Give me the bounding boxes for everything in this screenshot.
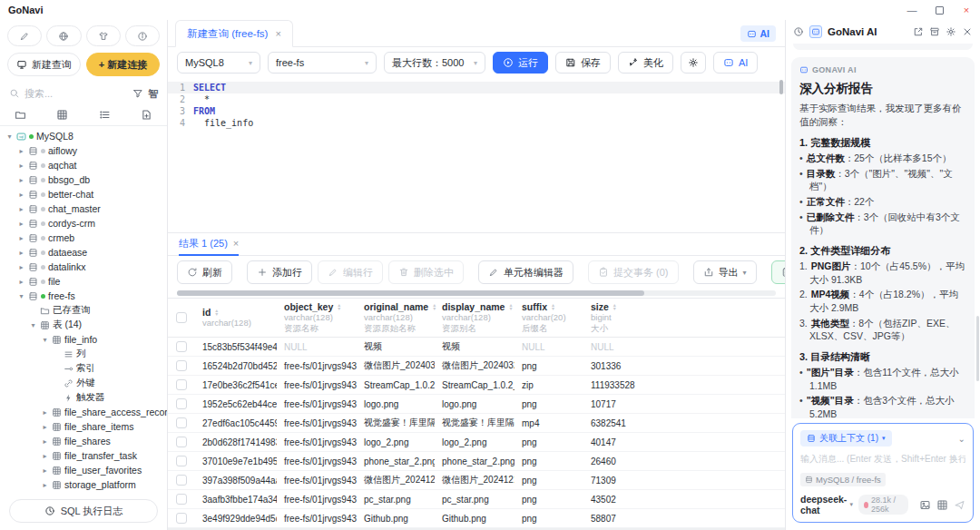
tree-item[interactable]: ▾free-fs bbox=[0, 289, 167, 303]
tree-item[interactable]: ▸file_user_favorites bbox=[0, 463, 167, 477]
tree-item[interactable]: ▸file bbox=[0, 274, 167, 289]
caret-icon[interactable]: ▸ bbox=[17, 205, 25, 213]
caret-icon[interactable]: ▸ bbox=[17, 263, 25, 271]
caret-icon[interactable]: ▸ bbox=[17, 249, 25, 257]
add-row-button[interactable]: 添加行 bbox=[247, 260, 312, 284]
column-header-id[interactable]: id▴▾varchar(128) bbox=[195, 299, 277, 337]
tree-item[interactable]: ▸cordys-crm bbox=[0, 216, 167, 231]
row-checkbox[interactable] bbox=[168, 379, 195, 390]
table-row[interactable]: 397a398f509a44aa9...free-fs/01jrvgs943q.… bbox=[168, 471, 785, 490]
caret-icon[interactable]: ▸ bbox=[41, 423, 49, 431]
tree-item[interactable]: ▾表 (14) bbox=[0, 318, 167, 332]
scrollbar-thumb[interactable] bbox=[177, 290, 644, 296]
column-header-suffix[interactable]: suffix▴▾varchar(20)后缀名 bbox=[514, 299, 583, 337]
tree-item[interactable]: ▸crmeb bbox=[0, 231, 167, 245]
export-button[interactable]: 导出▾ bbox=[693, 260, 757, 284]
caret-icon[interactable]: ▸ bbox=[17, 191, 25, 199]
table-row[interactable]: 2b0d628f17414983...free-fs/01jrvgs943q..… bbox=[168, 433, 785, 452]
table-row[interactable]: 3aafb3fbbe174a34a...free-fs/01jrvgs943q.… bbox=[168, 490, 785, 509]
table-row[interactable]: 16524b2d70bd4527...free-fs/01jrvgs943q..… bbox=[168, 357, 785, 376]
database-select[interactable]: free-fs▾ bbox=[268, 52, 377, 74]
save-button[interactable]: 保存 bbox=[555, 52, 611, 74]
settings-button[interactable] bbox=[681, 52, 706, 74]
refresh-button[interactable]: 刷新 bbox=[177, 260, 232, 284]
row-checkbox[interactable] bbox=[168, 341, 195, 352]
caret-icon[interactable]: ▾ bbox=[29, 321, 37, 329]
sort-icon[interactable]: ▴▾ bbox=[215, 309, 218, 316]
minimize-button[interactable]: — bbox=[898, 1, 926, 19]
caret-icon[interactable]: ▸ bbox=[17, 176, 25, 184]
sidebar-tab-grid[interactable] bbox=[56, 109, 68, 121]
model-select[interactable]: deepseek-chat▾ bbox=[800, 494, 853, 515]
select-all-checkbox[interactable] bbox=[168, 312, 195, 323]
caret-icon[interactable]: ▸ bbox=[17, 234, 25, 242]
sql-log-button[interactable]: SQL 执行日志 bbox=[9, 499, 158, 523]
sort-icon[interactable]: ▴▾ bbox=[552, 303, 554, 310]
tshirt-button[interactable] bbox=[86, 25, 121, 46]
column-header-size[interactable]: size▴▾bigint大小 bbox=[583, 299, 785, 337]
tree-item[interactable]: 索引 bbox=[0, 361, 167, 376]
sort-icon[interactable]: ▴▾ bbox=[509, 303, 512, 310]
history-clock-icon[interactable] bbox=[793, 26, 804, 37]
editor-ai-button[interactable]: AI bbox=[713, 52, 758, 74]
results-tab[interactable]: 结果 1 (25) × bbox=[179, 232, 239, 256]
column-header-original_name[interactable]: original_name▴▾varchar(128)资源原始名称 bbox=[357, 299, 435, 337]
query-tab[interactable]: 新建查询 (free-fs) × bbox=[175, 20, 293, 47]
pen-button[interactable] bbox=[7, 25, 42, 46]
table-row[interactable]: 37010e9e7e1b4954...free-fs/01jrvgs943q..… bbox=[168, 452, 785, 471]
caret-icon[interactable]: ▸ bbox=[41, 452, 49, 460]
caret-icon[interactable]: ▾ bbox=[17, 292, 25, 300]
caret-icon[interactable]: ▾ bbox=[41, 336, 49, 344]
table-row[interactable]: 17e0be36c2f541ce9...free-fs/01jrvgs943q.… bbox=[168, 376, 785, 395]
caret-icon[interactable]: ▸ bbox=[41, 466, 49, 475]
caret-icon[interactable]: ▸ bbox=[17, 278, 25, 286]
beautify-button[interactable]: 美化 bbox=[618, 52, 673, 74]
tree-item[interactable]: ▾file_info bbox=[0, 332, 167, 347]
scope-tag[interactable]: MySQL8 / free-fs bbox=[800, 473, 886, 486]
collapse-chevron-icon[interactable]: ⌄ bbox=[958, 434, 965, 444]
new-connection-button[interactable]: + 新建连接 bbox=[86, 53, 160, 76]
tree-item[interactable]: ▾sqlMySQL8 bbox=[0, 129, 167, 143]
query-tab-close-icon[interactable]: × bbox=[275, 28, 280, 39]
caret-icon[interactable]: ▸ bbox=[17, 162, 25, 170]
table-attach-icon[interactable] bbox=[936, 499, 948, 511]
table-row[interactable]: 1952e5c62eb44ce8...free-fs/01jrvgs943q..… bbox=[168, 395, 785, 414]
tree-item[interactable]: ▸file_shares bbox=[0, 434, 167, 448]
tree-item[interactable]: ▸file_share_access_record bbox=[0, 405, 167, 419]
caret-icon[interactable]: ▸ bbox=[41, 437, 49, 446]
row-checkbox[interactable] bbox=[168, 360, 195, 371]
globe-button[interactable] bbox=[46, 25, 81, 46]
row-checkbox[interactable] bbox=[168, 494, 195, 505]
tree-item[interactable]: 列 bbox=[0, 347, 167, 361]
cell-editor-button[interactable]: 单元格编辑器 bbox=[478, 260, 573, 284]
tree-item[interactable]: 触发器 bbox=[0, 390, 167, 405]
sort-icon[interactable]: ▴▾ bbox=[613, 303, 616, 310]
run-button[interactable]: 运行 bbox=[493, 52, 548, 74]
row-checkbox[interactable] bbox=[168, 417, 195, 428]
tree-item[interactable]: ▸aqchat bbox=[0, 158, 167, 172]
sort-icon[interactable]: ▴▾ bbox=[338, 303, 340, 310]
ai-toggle-badge[interactable]: AI bbox=[740, 25, 777, 42]
table-row[interactable]: 15c83b5f534f49e4b...NULL视频视频NULLNULL bbox=[168, 338, 785, 357]
tree-item[interactable]: 已存查询 bbox=[0, 303, 167, 318]
image-attach-icon[interactable] bbox=[919, 499, 931, 511]
row-checkbox[interactable] bbox=[168, 475, 195, 486]
tree-item[interactable]: ▸bbsgo_db bbox=[0, 172, 167, 187]
close-icon[interactable] bbox=[962, 26, 973, 37]
row-checkbox[interactable] bbox=[168, 398, 195, 409]
table-row[interactable]: 3e49f929dde94d5d...free-fs/01jrvgs943q..… bbox=[168, 509, 785, 528]
column-header-object_key[interactable]: object_key▴▾varchar(128)资源名称 bbox=[277, 299, 357, 337]
tree-item[interactable]: ▸dataease bbox=[0, 245, 167, 260]
open-external-icon[interactable] bbox=[913, 26, 924, 37]
sidebar-tab-doc-plus[interactable] bbox=[141, 109, 152, 121]
tree-item[interactable]: ▸file_transfer_task bbox=[0, 448, 167, 463]
caret-icon[interactable]: ▸ bbox=[41, 408, 49, 417]
tree-item[interactable]: ▸file_share_items bbox=[0, 419, 167, 434]
tree-item[interactable]: 外键 bbox=[0, 376, 167, 390]
context-badge[interactable]: 关联上下文 (1) ▾ bbox=[800, 430, 892, 447]
sidebar-tab-folder[interactable] bbox=[15, 109, 26, 121]
tree-item[interactable]: ▸better-chat bbox=[0, 187, 167, 201]
panel-scrollbar[interactable] bbox=[976, 316, 979, 381]
info-button[interactable] bbox=[125, 25, 160, 46]
row-checkbox[interactable] bbox=[168, 513, 195, 524]
